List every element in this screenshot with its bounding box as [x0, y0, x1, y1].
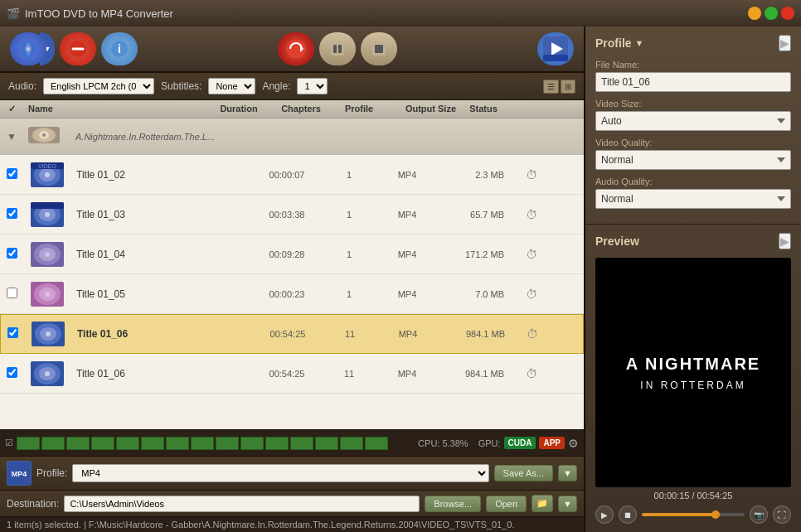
file-thumb [27, 239, 68, 270]
dest-arrow-button[interactable]: ▼ [558, 496, 577, 512]
dest-label: Destination: [7, 498, 59, 510]
table-row[interactable]: VIDEO Title 01_02 00:00:07 1 MP4 2.3 MB … [0, 155, 584, 195]
file-profile: MP4 [378, 210, 436, 220]
screenshot-button[interactable]: 📷 [750, 505, 768, 524]
pause-button[interactable] [319, 32, 356, 65]
grid-view-button[interactable]: ⊞ [561, 80, 575, 94]
row-checkbox[interactable] [0, 208, 23, 221]
play-button[interactable]: ▶ [595, 505, 614, 524]
file-thumb: VIDEO [27, 159, 68, 191]
svg-point-37 [45, 252, 50, 257]
timeline-segment [41, 437, 65, 450]
file-chapters: 1 [320, 249, 378, 259]
window-controls [748, 7, 794, 20]
stop-preview-button[interactable]: ⏹ [619, 505, 637, 524]
left-panel: ▼ i Audio: E [0, 27, 585, 532]
volume-knob[interactable] [711, 510, 720, 519]
info-button[interactable]: i [101, 32, 138, 65]
row-checkbox[interactable] [0, 168, 23, 181]
file-list[interactable]: ✓ Name Duration Chapters Profile Output … [0, 100, 584, 429]
file-name-input[interactable] [595, 72, 791, 92]
profile-expand-button[interactable]: ▶ [779, 35, 791, 51]
file-chapters: 11 [321, 329, 379, 339]
add-button[interactable] [10, 32, 46, 65]
svg-text:MP4: MP4 [12, 470, 27, 478]
table-row[interactable]: Title 01_06 00:54:25 11 MP4 984.1 MB ⏱ [0, 354, 584, 394]
group-row[interactable]: ▼ A.Nightmare.In.Rotterdam.The.L... [0, 118, 584, 155]
save-as-button[interactable]: Save As... [494, 465, 554, 481]
right-panel: Profile ▼ ▶ File Name: Video Size: Auto … [585, 27, 801, 532]
file-output-size: 7.0 MB [436, 289, 511, 299]
angle-select[interactable]: 1 [297, 78, 328, 94]
video-size-select[interactable]: Auto [595, 111, 791, 131]
maximize-button[interactable] [765, 7, 778, 20]
file-name: Title 01_05 [71, 288, 254, 300]
profile-title-text: Profile [595, 36, 632, 50]
file-duration: 00:54:25 [255, 329, 321, 339]
video-quality-label: Video Quality: [595, 138, 791, 148]
svg-point-49 [45, 371, 50, 376]
folder-button[interactable]: 📁 [532, 495, 553, 512]
check-column-header: ✓ [0, 104, 23, 114]
audio-select[interactable]: English LPCM 2ch (0 [43, 78, 154, 94]
video-quality-select[interactable]: Normal [595, 150, 791, 170]
table-row[interactable]: Title 01_04 00:09:28 1 MP4 171.2 MB ⏱ [0, 235, 584, 274]
output-bar: MP4 Profile: MP4 Save As... ▼ [0, 456, 584, 490]
list-header: ✓ Name Duration Chapters Profile Output … [0, 100, 584, 118]
file-output-size: 65.7 MB [436, 210, 511, 220]
open-button[interactable]: Open [486, 496, 527, 512]
preview-section-header: Preview ▶ [595, 233, 791, 249]
file-thumb [27, 199, 68, 230]
group-collapse-icon[interactable]: ▼ [0, 131, 23, 143]
video-size-field: Video Size: Auto [595, 99, 791, 131]
preview-expand-button[interactable]: ▶ [779, 233, 791, 249]
file-profile: MP4 [378, 249, 436, 259]
volume-slider[interactable] [642, 513, 745, 516]
table-row[interactable]: Title 01_03 00:03:38 1 MP4 65.7 MB ⏱ [0, 195, 584, 235]
row-checkbox[interactable] [0, 248, 23, 261]
fullscreen-button[interactable]: ⛶ [773, 505, 791, 524]
preview-content: A NIGHTMARE IN ROTTERDAM [626, 352, 760, 393]
file-output-size: 171.2 MB [436, 249, 511, 259]
titlebar: 🎬 ImTOO DVD to MP4 Converter [0, 0, 801, 27]
remove-button[interactable] [60, 32, 96, 65]
row-checkbox[interactable] [0, 288, 23, 301]
file-chapters: 1 [320, 170, 378, 180]
table-row[interactable]: Title 01_05 00:00:23 1 MP4 7.0 MB ⏱ [0, 274, 584, 314]
svg-rect-11 [331, 42, 344, 56]
row-checkbox[interactable] [1, 327, 24, 341]
output-column-header: Output Size [388, 104, 463, 114]
destination-input[interactable] [64, 496, 420, 512]
timeline-segment [240, 437, 264, 450]
save-as-arrow-button[interactable]: ▼ [558, 465, 577, 481]
timeline-segment [340, 437, 363, 450]
convert-button[interactable] [278, 32, 314, 65]
stop-button[interactable] [361, 32, 397, 65]
minimize-button[interactable] [748, 7, 761, 20]
table-row[interactable]: Title 01_06 00:54:25 11 MP4 984.1 MB ⏱ [0, 314, 584, 354]
timeline-segment [315, 437, 338, 450]
file-chapters: 1 [320, 210, 378, 220]
file-profile: MP4 [379, 329, 437, 339]
file-name: Title 01_02 [71, 169, 254, 181]
browse-button[interactable]: Browse... [425, 496, 481, 512]
status-text: 1 item(s) selected. | F:\Music\Hardcore … [7, 520, 514, 530]
mp4-icon: MP4 [7, 461, 32, 486]
detail-view-button[interactable]: ☰ [543, 80, 559, 94]
profile-label: Profile: [36, 467, 67, 479]
check-all[interactable]: ☑ [5, 438, 13, 448]
close-button[interactable] [781, 7, 794, 20]
settings-button[interactable]: ⚙ [568, 437, 579, 450]
preview-button[interactable] [537, 32, 574, 65]
file-duration: 00:00:07 [254, 170, 320, 180]
preview-title-text: Preview [595, 235, 639, 248]
profile-select[interactable]: MP4 [72, 464, 488, 482]
row-checkbox[interactable] [0, 367, 23, 380]
file-name-label: File Name: [595, 60, 791, 70]
file-status: ⏱ [512, 327, 553, 341]
file-status: ⏱ [511, 168, 552, 181]
audio-quality-select[interactable]: Normal [595, 189, 791, 209]
file-chapters: 11 [320, 369, 378, 379]
file-output-size: 2.3 MB [436, 170, 511, 180]
subtitles-select[interactable]: None [208, 78, 255, 94]
